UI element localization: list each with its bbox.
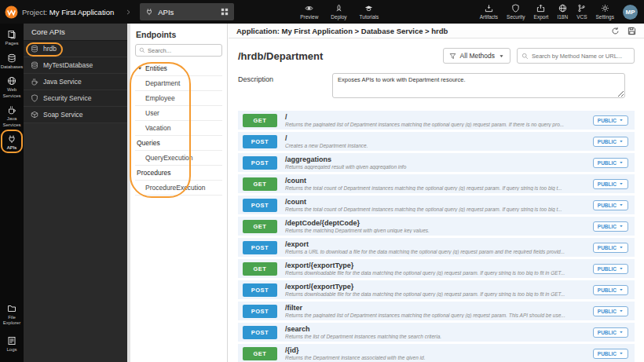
rail-item[interactable]: APIs <box>0 134 24 152</box>
methods-filter-label: All Methods <box>460 52 495 60</box>
action-label: I18N <box>557 14 568 20</box>
endpoint-row[interactable]: POST /filter Returns the paginated list … <box>238 302 635 320</box>
method-search[interactable] <box>517 48 635 64</box>
methods-filter-dropdown[interactable]: All Methods <box>443 48 510 64</box>
method-search-input[interactable] <box>532 53 630 60</box>
method-badge: GET <box>243 220 277 233</box>
endpoint-row[interactable]: POST / Creates a new Department instance… <box>238 132 635 151</box>
service-item[interactable]: Security Service <box>24 90 127 107</box>
grid-icon[interactable] <box>221 8 229 16</box>
access-dropdown[interactable]: PUBLIC <box>593 306 628 316</box>
endpoint-texts: /export Returns a URL to download a file… <box>285 240 587 255</box>
rail-item-label: APIs <box>7 145 17 152</box>
action-icon <box>335 4 343 13</box>
rail-item[interactable]: File Explorer <box>0 304 24 327</box>
tree-row[interactable]: Department <box>135 76 222 91</box>
rail-item[interactable]: Web Services <box>0 76 24 99</box>
save-icon[interactable] <box>628 27 636 35</box>
rail-item[interactable]: Pages <box>0 30 24 47</box>
endpoint-path: / <box>285 134 587 143</box>
rail-item[interactable]: Logs <box>0 336 24 353</box>
topbar-action[interactable]: VCS <box>576 4 587 20</box>
access-dropdown[interactable]: PUBLIC <box>593 285 628 295</box>
service-item[interactable]: MyTestDatabase <box>24 57 127 74</box>
endpoints-search-input[interactable] <box>148 47 218 54</box>
action-label: Deploy <box>331 14 346 20</box>
endpoints-search[interactable] <box>135 44 222 57</box>
endpoints-panel: Endpoints Entities Department Employee U… <box>130 24 228 362</box>
access-label: PUBLIC <box>598 287 617 293</box>
rail-item-label: Web Services <box>0 87 24 99</box>
service-item[interactable]: hrdb <box>24 41 127 57</box>
endpoint-row[interactable]: GET /count Returns the total count of De… <box>238 174 635 193</box>
endpoint-path: / <box>285 113 587 122</box>
tree-row[interactable]: Queries <box>135 136 222 151</box>
action-icon <box>577 4 586 13</box>
endpoint-row[interactable]: POST /export/{exportType} Returns downlo… <box>238 280 635 299</box>
endpoints-title: Endpoints <box>136 30 222 39</box>
access-label: PUBLIC <box>598 118 617 123</box>
endpoint-row[interactable]: GET /{id} Returns the Department instanc… <box>238 344 635 362</box>
topbar-action[interactable]: Settings <box>596 4 615 20</box>
service-item[interactable]: Java Service <box>24 74 127 90</box>
topbar-action[interactable]: Tutorials <box>360 4 379 20</box>
rail-item[interactable]: Java Services <box>0 105 24 128</box>
app-logo[interactable] <box>0 5 22 19</box>
topbar-action[interactable]: Preview <box>300 4 318 20</box>
method-badge: POST <box>243 156 277 170</box>
access-dropdown[interactable]: PUBLIC <box>593 115 628 126</box>
endpoint-description: Returns aggregated result with given agg… <box>285 164 587 170</box>
method-badge: GET <box>243 177 277 191</box>
user-avatar[interactable]: MP <box>623 5 638 20</box>
endpoint-row[interactable]: GET /export/{exportType} Returns downloa… <box>238 259 635 278</box>
endpoint-description: Returns the matching Department with giv… <box>285 228 587 234</box>
endpoint-texts: / Returns the paginated list of Departme… <box>285 113 587 128</box>
topbar-action[interactable]: Export <box>534 4 549 20</box>
tree-row[interactable]: Vacation <box>135 121 222 136</box>
access-dropdown[interactable]: PUBLIC <box>593 349 628 359</box>
access-dropdown[interactable]: PUBLIC <box>593 243 628 253</box>
tree-row[interactable]: Entities <box>135 61 222 76</box>
workspace-selector[interactable]: APIs <box>140 3 234 20</box>
topbar-action[interactable]: Artifacts <box>480 4 498 20</box>
endpoint-row[interactable]: POST /count Returns the total count of D… <box>238 196 635 214</box>
tree-row[interactable]: User <box>135 106 222 121</box>
topbar-action[interactable]: Deploy <box>331 4 346 20</box>
endpoint-row[interactable]: GET /deptCode/{deptCode} Returns the mat… <box>238 217 635 236</box>
topbar-action[interactable]: Security <box>507 4 525 20</box>
refresh-icon[interactable] <box>611 27 620 35</box>
access-dropdown[interactable]: PUBLIC <box>593 327 628 338</box>
endpoint-description: Returns downloadable file for the data m… <box>285 291 587 298</box>
access-dropdown[interactable]: PUBLIC <box>593 137 628 147</box>
service-item[interactable]: Soap Service <box>24 107 127 123</box>
access-dropdown[interactable]: PUBLIC <box>593 264 628 274</box>
tree-row[interactable]: Employee <box>135 91 222 106</box>
chevron-right-icon[interactable] <box>125 9 132 16</box>
caret-down-icon <box>619 287 624 292</box>
tree-row-label: ProcedureExecution <box>145 184 206 192</box>
header-row: /hrdb/Department All Methods <box>229 38 644 68</box>
endpoint-texts: /count Returns the total count of Depart… <box>285 198 587 213</box>
description-textarea[interactable]: Exposes APIs to work with Department res… <box>332 73 625 98</box>
tree-row[interactable]: Procedures <box>135 166 222 181</box>
tree-row-label: Department <box>145 79 180 87</box>
endpoint-path: /count <box>285 177 587 185</box>
endpoint-row[interactable]: POST /export Returns a URL to download a… <box>238 238 635 257</box>
endpoint-row[interactable]: GET / Returns the paginated list of Depa… <box>238 111 635 130</box>
topbar-action[interactable]: I18N <box>557 4 568 20</box>
caret-down-icon <box>499 53 504 59</box>
top-bar: Project: My First Application APIs Previ… <box>0 0 644 24</box>
rail-item[interactable]: Databases <box>0 53 24 71</box>
access-dropdown[interactable]: PUBLIC <box>593 179 628 189</box>
endpoint-row[interactable]: POST /aggregations Returns aggregated re… <box>238 153 635 172</box>
tree-row[interactable]: QueryExecution <box>135 151 222 166</box>
endpoint-path: /filter <box>285 304 587 313</box>
endpoint-description: Returns downloadable file for the data m… <box>285 270 587 276</box>
access-dropdown[interactable]: PUBLIC <box>593 221 628 232</box>
tree-row[interactable]: ProcedureExecution <box>135 181 222 196</box>
rail-bottom-group: File Explorer Logs <box>0 304 24 353</box>
access-dropdown[interactable]: PUBLIC <box>593 200 628 210</box>
access-dropdown[interactable]: PUBLIC <box>593 158 628 168</box>
endpoint-row[interactable]: POST /search Returns the list of Departm… <box>238 323 635 342</box>
service-icon <box>31 61 38 69</box>
